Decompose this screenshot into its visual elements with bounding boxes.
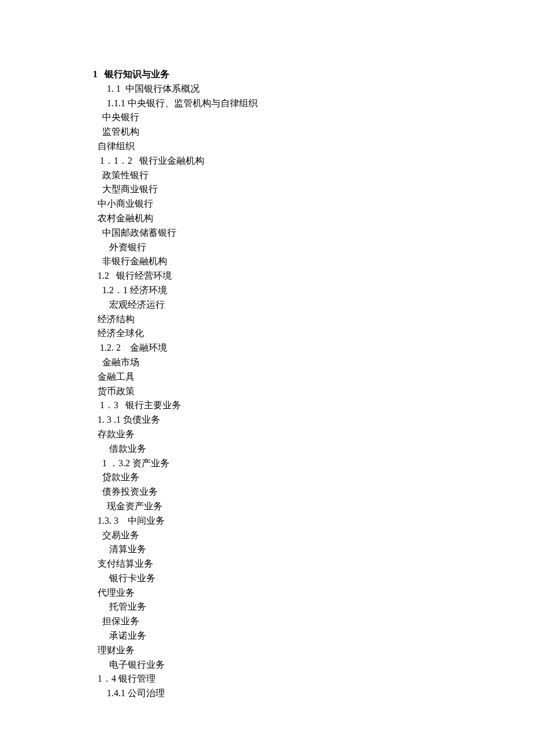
outline-line: 贷款业务 xyxy=(93,470,453,485)
outline-line: 1. 3 .1 负债业务 xyxy=(93,413,453,427)
outline-line: 1.2．1 经济环境 xyxy=(93,283,453,298)
outline-line: 交易业务 xyxy=(93,528,453,543)
outline-line: 监管机构 xyxy=(93,125,453,139)
outline-line: 中央银行 xyxy=(93,110,453,125)
outline-line: 托管业务 xyxy=(93,600,453,614)
outline-line: 存款业务 xyxy=(93,427,453,442)
outline-line: 金融工具 xyxy=(93,370,453,384)
outline-line: 1 银行知识与业务 xyxy=(93,67,453,82)
outline-line: 经济结构 xyxy=(93,312,453,327)
outline-line: 货币政策 xyxy=(93,384,453,399)
outline-line: 1.2. 2 金融环境 xyxy=(93,341,453,355)
outline-line: 宏观经济运行 xyxy=(93,298,453,312)
outline-line: 电子银行业务 xyxy=(93,658,453,672)
outline-line: 非银行金融机构 xyxy=(93,254,453,269)
outline-line: 1．4 银行管理 xyxy=(93,672,453,686)
outline-line: 经济全球化 xyxy=(93,326,453,341)
outline-line: 1．1．2 银行业金融机构 xyxy=(93,154,453,168)
outline-line: 债券投资业务 xyxy=(93,485,453,499)
outline-line: 大型商业银行 xyxy=(93,182,453,197)
outline-line: 农村金融机构 xyxy=(93,211,453,226)
outline-line: 1.4.1 公司治理 xyxy=(93,686,453,701)
outline-line: 1. 1 中国银行体系概况 xyxy=(93,82,453,96)
outline-line: 金融市场 xyxy=(93,355,453,370)
document-page: 1 银行知识与业务1. 1 中国银行体系概况1.1.1 中央银行、监管机构与自律… xyxy=(0,0,453,701)
outline-line: 1.3. 3 中间业务 xyxy=(93,514,453,528)
outline-line: 现金资产业务 xyxy=(93,499,453,514)
outline-line: 理财业务 xyxy=(93,643,453,658)
outline-line: 清算业务 xyxy=(93,542,453,557)
outline-line: 1 ．3.2 资产业务 xyxy=(93,456,453,471)
outline-line: 银行卡业务 xyxy=(93,571,453,586)
outline-line: 1.2 银行经营环境 xyxy=(93,269,453,283)
outline-line: 担保业务 xyxy=(93,614,453,629)
outline-line: 中国邮政储蓄银行 xyxy=(93,226,453,240)
outline-line: 代理业务 xyxy=(93,586,453,600)
outline-line: 自律组织 xyxy=(93,139,453,154)
outline-line: 中小商业银行 xyxy=(93,197,453,211)
outline-line: 承诺业务 xyxy=(93,629,453,643)
outline-line: 支付结算业务 xyxy=(93,557,453,571)
outline-line: 政策性银行 xyxy=(93,168,453,183)
outline-line: 外资银行 xyxy=(93,240,453,255)
outline-line: 1.1.1 中央银行、监管机构与自律组织 xyxy=(93,96,453,111)
outline-line: 1．3 银行主要业务 xyxy=(93,398,453,413)
outline-line: 借款业务 xyxy=(93,442,453,456)
